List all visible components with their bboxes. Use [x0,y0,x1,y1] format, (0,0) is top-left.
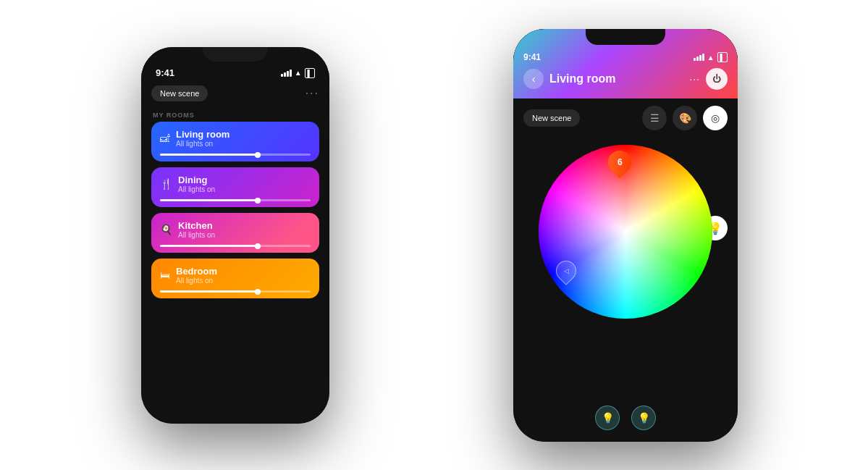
list-view-button[interactable]: ☰ [642,106,667,130]
notch-front [586,29,665,45]
phone-back: 9:41 ▲ ▌ New scene ··· MY ROO [141,47,329,424]
slider-knob-kitchen[interactable] [255,243,261,249]
color-wheel-button[interactable]: ◎ [703,106,728,130]
light-pin-6[interactable]: 6 [608,151,631,174]
slider-knob-dining[interactable] [255,198,261,203]
front-header: 9:41 ▲ ▌ ‹ Living ro [513,29,738,98]
signal-icon [281,70,292,77]
front-nav: ‹ Living room ··· ⏻ [523,68,728,90]
room-status-living: All lights on [176,140,229,148]
color-wheel[interactable]: 6 ◁ [539,145,712,319]
brightness-slider-kitchen[interactable] [160,245,311,247]
time-front: 9:41 [523,52,541,62]
room-info-living: Living room All lights on [176,129,229,148]
battery-icon-front: ▌ [717,52,728,62]
sofa-icon: 🛋 [160,133,170,144]
app-scene: 9:41 ▲ ▌ New scene ··· MY ROO [0,0,868,470]
room-status-dining: All lights on [178,185,215,193]
nav-actions: ··· ⏻ [689,68,728,90]
status-icons-front: ▲ ▌ [694,52,728,62]
room-card-header-dining: 🍴 Dining All lights on [160,175,311,193]
phone-front: 9:41 ▲ ▌ ‹ Living ro [513,29,738,442]
room-card-header-living: 🛋 Living room All lights on [160,129,311,148]
room-card-kitchen[interactable]: 🍳 Kitchen All lights on [151,213,319,253]
wifi-icon-front: ▲ [707,54,715,62]
notch-back [203,47,268,62]
battery-icon: ▌ [305,68,315,78]
more-options-button-back[interactable]: ··· [306,87,319,100]
fork-icon: 🍴 [160,178,172,190]
room-title: Living room [544,72,689,85]
wifi-icon: ▲ [295,69,302,77]
bed-icon: 🛏 [160,269,170,281]
room-info-bedroom: Bedroom All lights on [176,266,217,285]
light-bulb-button-1[interactable]: 💡 [595,406,620,430]
front-toolbar: New scene ☰ 🎨 ◎ [513,98,738,138]
bottom-lights: 💡 💡 [513,400,738,442]
room-status-bedroom: All lights on [176,277,217,285]
room-info-dining: Dining All lights on [178,175,215,193]
status-icons-back: ▲ ▌ [281,68,315,78]
room-info-kitchen: Kitchen All lights on [178,220,215,239]
oven-icon: 🍳 [160,224,172,235]
rooms-list: 🛋 Living room All lights on 🍴 [141,122,329,298]
new-scene-button-front[interactable]: New scene [523,109,580,127]
new-scene-button-back[interactable]: New scene [151,85,208,101]
signal-icon-front [694,54,704,61]
room-card-bedroom[interactable]: 🛏 Bedroom All lights on [151,259,319,298]
room-name-kitchen: Kitchen [178,220,215,231]
brightness-slider-dining[interactable] [160,199,311,201]
room-status-kitchen: All lights on [178,231,215,239]
back-button[interactable]: ‹ [523,69,544,89]
slider-knob-living[interactable] [255,152,261,158]
my-rooms-label: MY ROOMS [141,107,329,122]
pin-number: 6 [618,157,623,167]
light-pin-ghost[interactable]: ◁ [556,261,576,281]
more-options-front[interactable]: ··· [689,73,700,85]
toolbar-back: New scene ··· [141,83,329,107]
color-wheel-area: 6 ◁ [513,138,738,400]
pin-ghost-icon: ◁ [564,267,569,274]
time-back: 9:41 [156,67,174,78]
slider-knob-bedroom[interactable] [255,289,261,295]
brightness-slider-living[interactable] [160,154,311,156]
status-bar-front: 9:41 ▲ ▌ [523,49,728,62]
room-card-living[interactable]: 🛋 Living room All lights on [151,122,319,161]
power-button[interactable]: ⏻ [706,68,728,90]
room-card-dining[interactable]: 🍴 Dining All lights on [151,167,319,207]
room-name-bedroom: Bedroom [176,266,217,277]
screen-back: 9:41 ▲ ▌ New scene ··· MY ROO [141,47,329,424]
room-card-header-kitchen: 🍳 Kitchen All lights on [160,220,311,239]
brightness-slider-bedroom[interactable] [160,290,311,293]
room-name-dining: Dining [178,175,215,185]
room-card-header-bedroom: 🛏 Bedroom All lights on [160,266,311,285]
room-name-living: Living room [176,129,229,140]
screen-front: 9:41 ▲ ▌ ‹ Living ro [513,29,738,442]
light-bulb-button-2[interactable]: 💡 [631,406,656,430]
palette-button[interactable]: 🎨 [673,106,697,130]
